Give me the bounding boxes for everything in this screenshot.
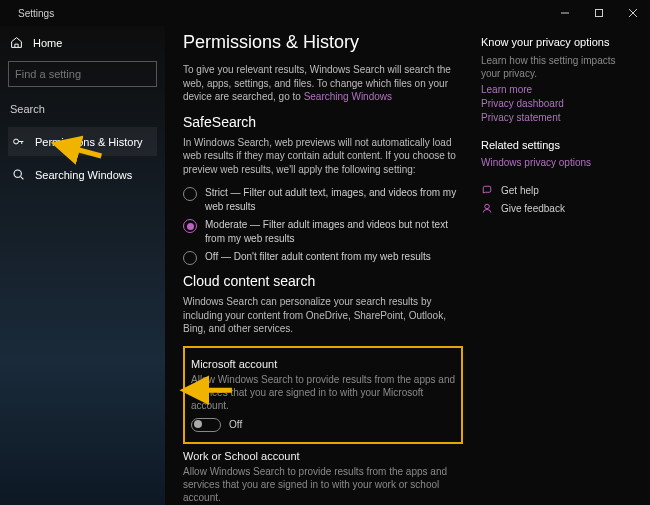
radio-icon xyxy=(183,251,197,265)
link-get-help[interactable]: Get help xyxy=(481,184,631,196)
radio-label: Off — Don't filter adult content from my… xyxy=(205,250,431,264)
sidebar-item-label: Permissions & History xyxy=(35,136,143,148)
feedback-icon xyxy=(481,202,493,214)
ms-account-desc: Allow Windows Search to provide results … xyxy=(191,373,455,412)
sidebar-home-label: Home xyxy=(33,37,62,49)
maximize-button[interactable] xyxy=(582,0,616,26)
radio-icon xyxy=(183,219,197,233)
key-icon xyxy=(12,135,25,148)
radio-icon xyxy=(183,187,197,201)
radio-strict[interactable]: Strict — Filter out adult text, images, … xyxy=(183,186,463,213)
highlight-microsoft-account: Microsoft account Allow Windows Search t… xyxy=(183,346,463,444)
home-icon xyxy=(10,36,23,49)
help-icon xyxy=(481,184,493,196)
sidebar-home[interactable]: Home xyxy=(8,32,157,57)
radio-off[interactable]: Off — Don't filter adult content from my… xyxy=(183,250,463,265)
ms-account-label: Microsoft account xyxy=(191,358,455,370)
link-searching-windows[interactable]: Searching Windows xyxy=(304,91,392,102)
intro-text: To give you relevant results, Windows Se… xyxy=(183,63,463,104)
right-related-title: Related settings xyxy=(481,139,631,151)
radio-label: Strict — Filter out adult text, images, … xyxy=(205,186,463,213)
svg-rect-1 xyxy=(596,10,603,17)
cloud-desc: Windows Search can personalize your sear… xyxy=(183,295,463,336)
link-windows-privacy-options[interactable]: Windows privacy options xyxy=(481,157,631,168)
minimize-button[interactable] xyxy=(548,0,582,26)
sidebar-item-searching-windows[interactable]: Searching Windows xyxy=(8,160,157,189)
work-account-desc: Allow Windows Search to provide results … xyxy=(183,465,463,504)
radio-label: Moderate — Filter adult images and video… xyxy=(205,218,463,245)
toggle-ms-account[interactable] xyxy=(191,418,221,432)
search-icon xyxy=(12,168,25,181)
heading-cloud: Cloud content search xyxy=(183,273,463,289)
svg-point-4 xyxy=(14,139,19,144)
sidebar-item-permissions-history[interactable]: Permissions & History xyxy=(8,127,157,156)
search-input[interactable] xyxy=(15,68,153,80)
svg-point-5 xyxy=(14,170,21,177)
close-button[interactable] xyxy=(616,0,650,26)
link-give-feedback[interactable]: Give feedback xyxy=(481,202,631,214)
work-account-label: Work or School account xyxy=(183,450,463,462)
svg-line-6 xyxy=(21,177,23,179)
svg-point-7 xyxy=(485,204,490,209)
link-learn-more[interactable]: Learn more xyxy=(481,84,631,95)
link-privacy-statement[interactable]: Privacy statement xyxy=(481,112,631,123)
safesearch-desc: In Windows Search, web previews will not… xyxy=(183,136,463,177)
sidebar-header: Search xyxy=(8,101,157,123)
toggle-ms-state: Off xyxy=(229,419,242,430)
heading-safesearch: SafeSearch xyxy=(183,114,463,130)
sidebar-search[interactable] xyxy=(8,61,157,87)
titlebar-title: Settings xyxy=(18,8,54,19)
right-know-title: Know your privacy options xyxy=(481,36,631,48)
sidebar-item-label: Searching Windows xyxy=(35,169,132,181)
right-know-desc: Learn how this setting impacts your priv… xyxy=(481,54,631,80)
link-privacy-dashboard[interactable]: Privacy dashboard xyxy=(481,98,631,109)
radio-moderate[interactable]: Moderate — Filter adult images and video… xyxy=(183,218,463,245)
page-title: Permissions & History xyxy=(183,32,463,53)
